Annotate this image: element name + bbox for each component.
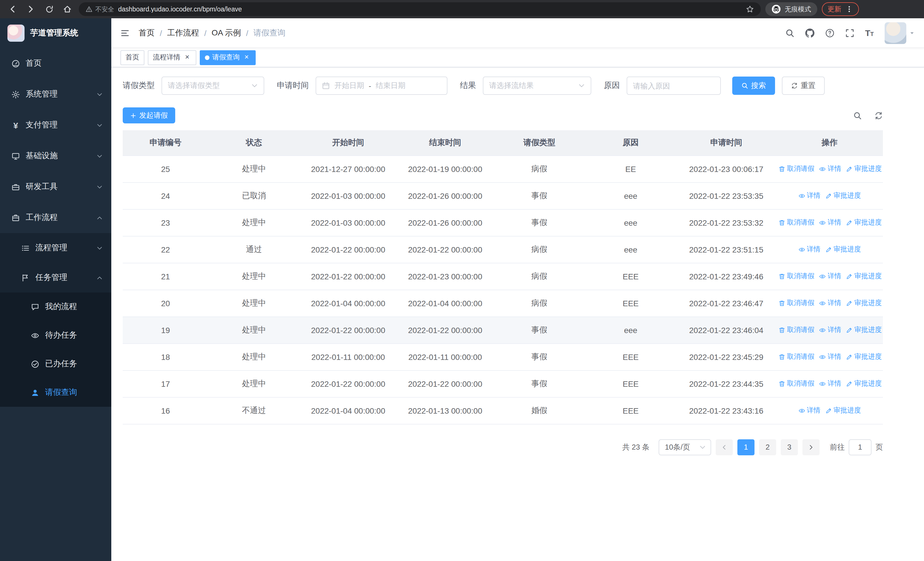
filter-result: 结果 请选择流结果: [460, 77, 591, 95]
create-leave-button[interactable]: 发起请假: [123, 107, 175, 123]
action-cancel[interactable]: 取消请假: [778, 325, 814, 335]
sidebar-item-my-process[interactable]: 我的流程: [0, 292, 111, 321]
action-detail[interactable]: 详情: [819, 218, 841, 228]
action-progress[interactable]: 审批进度: [846, 325, 882, 335]
reset-button[interactable]: 重置: [782, 77, 825, 95]
action-detail[interactable]: 详情: [798, 406, 820, 416]
incognito-icon: [772, 5, 781, 14]
sidebar-item-leave-query[interactable]: 请假查询: [0, 378, 111, 407]
app-logo[interactable]: 芋道管理系统: [0, 18, 111, 48]
action-progress[interactable]: 审批进度: [825, 245, 861, 254]
action-progress[interactable]: 审批进度: [846, 298, 882, 308]
table-cell-actions: 详情审批进度: [776, 236, 883, 263]
page-button-3[interactable]: 3: [781, 439, 798, 455]
date-range-input[interactable]: 开始日期 - 结束日期: [316, 77, 447, 95]
page-size-select[interactable]: 10条/页: [658, 439, 711, 455]
action-detail[interactable]: 详情: [798, 191, 820, 201]
prev-page-button[interactable]: [716, 439, 733, 455]
page-button-2[interactable]: 2: [759, 439, 776, 455]
sidebar-item-system-management[interactable]: 系统管理: [0, 79, 111, 110]
security-warning[interactable]: 不安全: [86, 5, 114, 14]
table-cell-actions: 取消请假详情审批进度: [776, 263, 883, 290]
user-icon: [30, 388, 40, 397]
reason-input[interactable]: [633, 81, 714, 90]
reload-icon[interactable]: [42, 2, 56, 16]
table-row: 23处理中2022-01-03 00:00:002022-01-26 00:00…: [123, 209, 883, 236]
table-cell: 2022-01-22 00:00:00: [397, 370, 494, 397]
font-size-icon[interactable]: TT: [865, 28, 874, 38]
action-progress[interactable]: 审批进度: [846, 272, 882, 281]
tab-home[interactable]: 首页: [120, 50, 144, 65]
action-detail[interactable]: 详情: [819, 325, 841, 335]
breadcrumb-item[interactable]: 工作流程: [167, 28, 199, 38]
update-button[interactable]: 更新: [822, 2, 859, 16]
action-progress[interactable]: 审批进度: [846, 218, 882, 228]
leave-type-select[interactable]: 请选择请假类型: [162, 77, 264, 95]
action-cancel[interactable]: 取消请假: [778, 298, 814, 308]
result-select[interactable]: 请选择流结果: [483, 77, 591, 95]
action-progress[interactable]: 审批进度: [846, 352, 882, 362]
tab-process-detail[interactable]: 流程详情×: [148, 50, 196, 65]
action-detail[interactable]: 详情: [819, 379, 841, 389]
action-detail[interactable]: 详情: [819, 298, 841, 308]
apply-time-label: 申请时间: [277, 81, 309, 91]
action-progress[interactable]: 审批进度: [825, 406, 861, 416]
sidebar-item-home[interactable]: 首页: [0, 48, 111, 79]
sidebar-item-dev-tools[interactable]: 研发工具: [0, 171, 111, 202]
sidebar-item-task-management[interactable]: 任务管理: [0, 263, 111, 292]
user-menu[interactable]: [885, 22, 915, 44]
sidebar-item-payment-management[interactable]: ¥支付管理: [0, 110, 111, 141]
table-row: 24已取消2022-01-03 00:00:002022-01-26 00:00…: [123, 182, 883, 209]
action-cancel[interactable]: 取消请假: [778, 272, 814, 281]
goto-page-input[interactable]: [849, 439, 872, 455]
breadcrumb-item[interactable]: 首页: [139, 28, 154, 38]
header-search-icon[interactable]: [785, 28, 794, 38]
address-bar[interactable]: 不安全 dashboard.yudao.iocoder.cn/bpm/oa/le…: [79, 2, 761, 16]
sidebar-item-todo-tasks[interactable]: 待办任务: [0, 321, 111, 350]
action-progress[interactable]: 审批进度: [846, 379, 882, 389]
bookmark-star-icon[interactable]: [746, 5, 754, 13]
action-detail[interactable]: 详情: [819, 272, 841, 281]
fullscreen-icon[interactable]: [845, 28, 854, 38]
github-icon[interactable]: [805, 28, 814, 38]
table-cell: 22: [123, 236, 208, 263]
action-cancel[interactable]: 取消请假: [778, 218, 814, 228]
action-cancel[interactable]: 取消请假: [778, 379, 814, 389]
action-progress[interactable]: 审批进度: [825, 191, 861, 201]
sidebar-toggle-icon[interactable]: [120, 28, 129, 38]
back-icon[interactable]: [6, 2, 20, 16]
table-cell: eee: [585, 316, 676, 343]
sidebar-item-infrastructure[interactable]: 基础设施: [0, 141, 111, 171]
page-button-1[interactable]: 1: [737, 439, 754, 455]
action-detail[interactable]: 详情: [798, 245, 820, 254]
tab-close-icon[interactable]: ×: [243, 53, 250, 62]
action-progress[interactable]: 审批进度: [846, 164, 882, 174]
sidebar-item-process-management[interactable]: 流程管理: [0, 233, 111, 263]
sidebar-item-done-tasks[interactable]: 已办任务: [0, 350, 111, 378]
tab-close-icon[interactable]: ×: [183, 53, 191, 62]
reason-input-wrap: [627, 77, 721, 95]
table-search-toggle-icon[interactable]: [853, 111, 862, 120]
tab-leave-query[interactable]: 请假查询×: [200, 50, 256, 65]
action-cancel[interactable]: 取消请假: [778, 352, 814, 362]
home-icon[interactable]: [60, 2, 74, 16]
browser-menu-icon[interactable]: [845, 5, 853, 13]
action-cancel[interactable]: 取消请假: [778, 164, 814, 174]
help-icon[interactable]: [825, 28, 834, 38]
search-button[interactable]: 搜索: [732, 77, 775, 95]
list-icon: [21, 244, 30, 252]
action-detail[interactable]: 详情: [819, 164, 841, 174]
chevron-down-icon: [96, 245, 103, 251]
table-cell: 23: [123, 209, 208, 236]
sidebar-item-workflow[interactable]: 工作流程: [0, 202, 111, 233]
table-toolbar: 发起请假: [123, 107, 883, 123]
table-refresh-icon[interactable]: [874, 111, 883, 120]
table-cell: eee: [585, 182, 676, 209]
table-cell: 19: [123, 316, 208, 343]
table-cell: 2022-01-22 23:46:04: [676, 316, 776, 343]
forward-icon[interactable]: [24, 2, 38, 16]
action-detail[interactable]: 详情: [819, 352, 841, 362]
next-page-button[interactable]: [802, 439, 819, 455]
breadcrumb-item[interactable]: OA 示例: [212, 28, 241, 38]
table-cell: 病假: [494, 263, 585, 290]
